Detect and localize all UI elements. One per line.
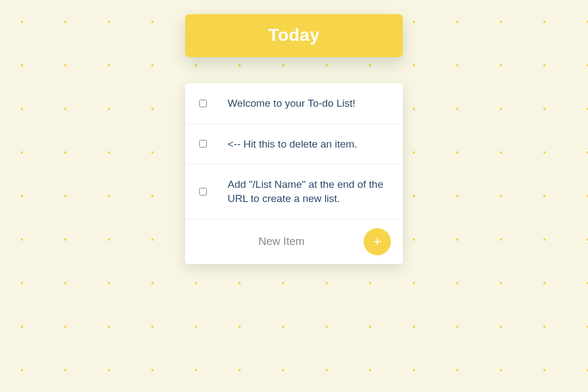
item-text: Add "/List Name" at the end of the URL t… [228, 177, 389, 205]
item-checkbox[interactable] [199, 188, 207, 195]
todo-container: Today Welcome to your To-do List! <-- Hi… [185, 0, 403, 264]
item-text: Welcome to your To-do List! [228, 96, 356, 111]
add-item-button[interactable]: + [364, 228, 391, 255]
new-item-input[interactable] [199, 235, 364, 248]
list-header: Today [185, 14, 403, 57]
list-item: Welcome to your To-do List! [185, 83, 403, 124]
todo-card: Welcome to your To-do List! <-- Hit this… [185, 83, 403, 264]
list-item: <-- Hit this to delete an item. [185, 124, 403, 165]
item-text: <-- Hit this to delete an item. [228, 137, 357, 151]
new-item-row: + [185, 219, 403, 264]
plus-icon: + [373, 234, 381, 248]
list-item: Add "/List Name" at the end of the URL t… [185, 164, 403, 219]
item-checkbox[interactable] [199, 100, 207, 107]
item-checkbox[interactable] [199, 140, 207, 148]
list-title: Today [185, 25, 403, 45]
